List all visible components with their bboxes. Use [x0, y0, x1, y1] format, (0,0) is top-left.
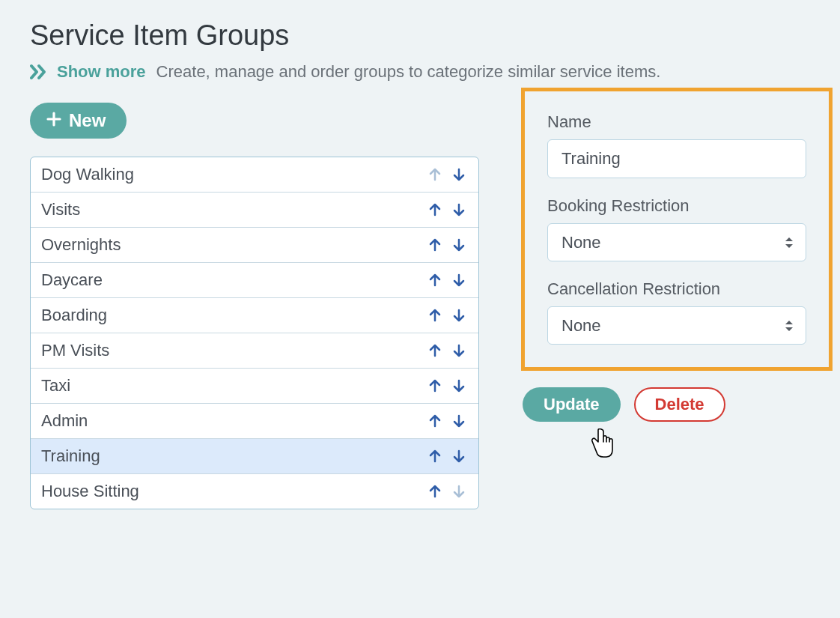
- move-up-button[interactable]: [426, 342, 444, 360]
- move-down-button[interactable]: [450, 342, 468, 360]
- update-button[interactable]: Update: [523, 387, 621, 422]
- group-row-label: Dog Walking: [41, 165, 426, 184]
- move-up-button[interactable]: [426, 447, 444, 465]
- group-row-label: PM Visits: [41, 341, 426, 360]
- group-row[interactable]: Visits: [31, 193, 478, 228]
- double-chevron-right-icon: [30, 64, 49, 80]
- move-down-button[interactable]: [450, 412, 468, 430]
- name-input[interactable]: [547, 139, 806, 178]
- move-down-button[interactable]: [450, 166, 468, 184]
- group-row-label: Daycare: [41, 270, 426, 290]
- move-up-button: [426, 166, 444, 184]
- move-down-button: [450, 482, 468, 500]
- move-down-button[interactable]: [450, 377, 468, 395]
- group-row[interactable]: PM Visits: [31, 333, 478, 369]
- move-down-button[interactable]: [450, 201, 468, 219]
- group-row-label: Overnights: [41, 235, 426, 255]
- cancellation-restriction-select[interactable]: None: [547, 306, 806, 345]
- group-row[interactable]: Dog Walking: [31, 157, 478, 193]
- move-down-button[interactable]: [450, 447, 468, 465]
- new-button-label: New: [69, 110, 106, 131]
- cancellation-restriction-label: Cancellation Restriction: [547, 279, 806, 299]
- page-title: Service Item Groups: [30, 19, 810, 52]
- show-more-link[interactable]: Show more: [30, 62, 146, 82]
- group-row-label: Training: [41, 446, 426, 466]
- group-row-label: Visits: [41, 200, 426, 219]
- move-up-button[interactable]: [426, 306, 444, 324]
- group-row-label: Boarding: [41, 306, 426, 325]
- move-up-button[interactable]: [426, 201, 444, 219]
- form-highlight: Name Booking Restriction None: [521, 88, 833, 371]
- move-down-button[interactable]: [450, 306, 468, 324]
- new-button[interactable]: New: [30, 103, 127, 139]
- group-row-label: House Sitting: [41, 482, 426, 501]
- move-up-button[interactable]: [426, 271, 444, 289]
- show-more-label: Show more: [57, 62, 146, 82]
- group-row[interactable]: Admin: [31, 404, 478, 439]
- group-row-label: Taxi: [41, 376, 426, 396]
- move-down-button[interactable]: [450, 236, 468, 254]
- group-row[interactable]: Daycare: [31, 263, 478, 298]
- move-up-button[interactable]: [426, 236, 444, 254]
- move-up-button[interactable]: [426, 482, 444, 500]
- delete-button[interactable]: Delete: [634, 387, 725, 422]
- group-row-label: Admin: [41, 411, 426, 431]
- group-row[interactable]: Training: [31, 439, 478, 474]
- move-up-button[interactable]: [426, 412, 444, 430]
- group-row[interactable]: Taxi: [31, 369, 478, 404]
- plus-icon: [46, 110, 61, 131]
- group-list: Dog WalkingVisitsOvernightsDaycareBoardi…: [30, 157, 479, 509]
- page-description: Create, manage and order groups to categ…: [156, 62, 661, 82]
- group-row[interactable]: Boarding: [31, 298, 478, 333]
- move-down-button[interactable]: [450, 271, 468, 289]
- booking-restriction-select[interactable]: None: [547, 223, 806, 261]
- move-up-button[interactable]: [426, 377, 444, 395]
- booking-restriction-label: Booking Restriction: [547, 196, 806, 216]
- name-label: Name: [547, 112, 806, 132]
- group-row[interactable]: House Sitting: [31, 474, 478, 509]
- group-row[interactable]: Overnights: [31, 228, 478, 263]
